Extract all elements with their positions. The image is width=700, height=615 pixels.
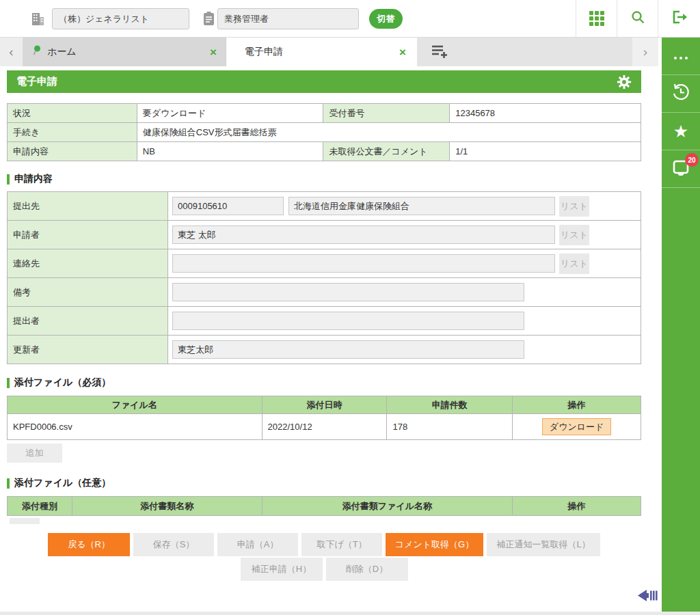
col-file-name: ファイル名 <box>8 396 262 414</box>
required-files-table: ファイル名 添付日時 申請件数 操作 KPFD0006.csv 2022/10/… <box>7 396 641 440</box>
collapse-arrow-icon <box>636 588 658 603</box>
role-input[interactable] <box>217 8 359 29</box>
main-content: 電子申請 状況 要ダウンロード 受付番号 12345678 手続き 健康保険組合… <box>0 66 658 612</box>
status-label: 状況 <box>8 104 137 123</box>
submit-to-code-input[interactable] <box>172 197 284 215</box>
page-title: 電子申請 <box>16 75 57 88</box>
section-bar <box>7 174 10 184</box>
application-section-heading: 申請内容 <box>7 173 658 185</box>
ellipsis-icon <box>673 50 689 62</box>
apply-button[interactable]: 申請（A） <box>217 533 298 556</box>
table-row: 更新者 <box>8 336 641 364</box>
history-icon <box>671 83 690 105</box>
correction-list-button[interactable]: 補正通知一覧取得（L） <box>487 533 600 556</box>
pin-icon <box>32 45 41 59</box>
clipped-button-stub <box>10 518 40 524</box>
summary-table: 状況 要ダウンロード 受付番号 12345678 手続き 健康保険組合CSV形式… <box>7 103 641 161</box>
add-tab-button[interactable] <box>427 43 453 62</box>
top-header: 切替 <box>0 0 700 38</box>
collapse-panel-button[interactable] <box>636 588 658 606</box>
back-button[interactable]: 戻る（R） <box>48 533 130 556</box>
apps-menu-button[interactable] <box>576 0 617 37</box>
tab-home-label: ホーム <box>47 46 77 58</box>
sidebar-favorites-button[interactable]: ★ <box>662 113 700 150</box>
procedure-value: 健康保険組合CSV形式届書総括票 <box>137 123 641 142</box>
remarks-input[interactable] <box>172 283 524 301</box>
tabs-scroll-left-button[interactable]: ‹ <box>0 38 23 66</box>
company-input[interactable] <box>52 8 189 29</box>
settings-button[interactable] <box>617 74 632 90</box>
role-clipboard-icon <box>202 11 216 29</box>
table-header-row: ファイル名 添付日時 申請件数 操作 <box>8 396 641 414</box>
company-building-icon <box>30 11 46 29</box>
attach-date-cell: 2022/10/12 <box>262 414 387 440</box>
contact-list-button[interactable]: リスト <box>559 254 589 274</box>
table-header-row: 添付種別 添付書類名称 添付書類ファイル名称 操作 <box>8 497 641 516</box>
contact-input[interactable] <box>172 254 555 273</box>
save-button[interactable]: 保存（S） <box>133 533 214 556</box>
bottom-strip <box>0 612 700 615</box>
delete-button[interactable]: 削除（D） <box>326 558 408 581</box>
unacquired-docs-label: 未取得公文書／コメント <box>323 142 450 161</box>
notification-badge: 20 <box>685 153 699 167</box>
right-sidebar: ★ 20 <box>662 38 700 612</box>
switch-button[interactable]: 切替 <box>369 9 403 29</box>
receipt-number-label: 受付番号 <box>323 104 450 123</box>
contact-label: 連絡先 <box>8 249 168 278</box>
tab-electronic-application[interactable]: 電子申請 × <box>226 38 417 66</box>
sidebar-more-button[interactable] <box>662 38 700 75</box>
tab-home-close-icon[interactable]: × <box>210 46 217 58</box>
correction-apply-button[interactable]: 補正申請（H） <box>241 558 323 581</box>
sidebar-history-button[interactable] <box>662 75 700 113</box>
tab-active-label: 電子申請 <box>245 46 283 58</box>
application-form-table: 提出先 リスト 申請者 リスト 連絡先 リスト 備考 <box>7 191 641 364</box>
col-action: 操作 <box>513 497 641 516</box>
tab-bar: ‹ ホーム × 電子申請 × › <box>0 38 658 66</box>
col-doc-file-name: 添付書類ファイル名称 <box>262 497 513 516</box>
add-file-button[interactable]: 追加 <box>7 443 62 463</box>
tab-active-close-icon[interactable]: × <box>399 46 406 58</box>
submit-to-label: 提出先 <box>8 192 168 221</box>
optional-files-table: 添付種別 添付書類名称 添付書類ファイル名称 操作 <box>7 496 641 516</box>
table-row: 手続き 健康保険組合CSV形式届書総括票 <box>8 123 641 142</box>
applicant-list-button[interactable]: リスト <box>559 225 589 245</box>
search-icon <box>630 9 646 28</box>
table-row: 状況 要ダウンロード 受付番号 12345678 <box>8 104 641 123</box>
required-files-heading: 添付ファイル（必須） <box>7 377 658 389</box>
updater-label: 更新者 <box>8 336 168 364</box>
application-content-value: NB <box>137 142 323 161</box>
search-button[interactable] <box>617 0 658 37</box>
get-comments-button[interactable]: コメント取得（G） <box>386 533 483 556</box>
apps-grid-icon <box>589 11 604 26</box>
procedure-label: 手続き <box>8 123 137 142</box>
download-button[interactable]: ダウンロード <box>542 418 612 435</box>
withdraw-button[interactable]: 取下げ（T） <box>301 533 382 556</box>
table-row: 備考 <box>8 278 641 307</box>
optional-files-heading: 添付ファイル（任意） <box>7 477 658 489</box>
submitter-label: 提出者 <box>8 307 168 336</box>
table-row: KPFD0006.csv 2022/10/12 178 ダウンロード <box>8 414 641 440</box>
application-content-label: 申請内容 <box>8 142 137 161</box>
tab-home[interactable]: ホーム × <box>23 38 226 66</box>
col-attach-date: 添付日時 <box>262 396 387 414</box>
unacquired-docs-value: 1/1 <box>450 142 641 161</box>
section-bar <box>7 378 10 388</box>
chevron-right-icon: › <box>643 44 647 59</box>
col-attach-type: 添付種別 <box>8 497 72 516</box>
star-icon: ★ <box>673 123 688 140</box>
submitter-input[interactable] <box>172 312 524 330</box>
gear-icon <box>617 74 632 90</box>
submit-to-name-input[interactable] <box>288 197 555 215</box>
chevron-left-icon: ‹ <box>9 44 13 59</box>
applicant-input[interactable] <box>172 226 555 244</box>
action-buttons-row-1: 戻る（R） 保存（S） 申請（A） 取下げ（T） コメント取得（G） 補正通知一… <box>7 533 641 556</box>
sidebar-notifications-button[interactable]: 20 <box>662 150 700 188</box>
page-title-bar: 電子申請 <box>7 70 641 93</box>
submit-to-list-button[interactable]: リスト <box>559 196 589 217</box>
action-buttons-row-2: 補正申請（H） 削除（D） <box>7 558 641 581</box>
tabs-scroll-right-button[interactable]: › <box>632 38 658 66</box>
updater-input[interactable] <box>172 340 524 359</box>
logout-button[interactable] <box>658 0 700 37</box>
col-action: 操作 <box>513 396 641 414</box>
application-count-cell: 178 <box>387 414 513 440</box>
